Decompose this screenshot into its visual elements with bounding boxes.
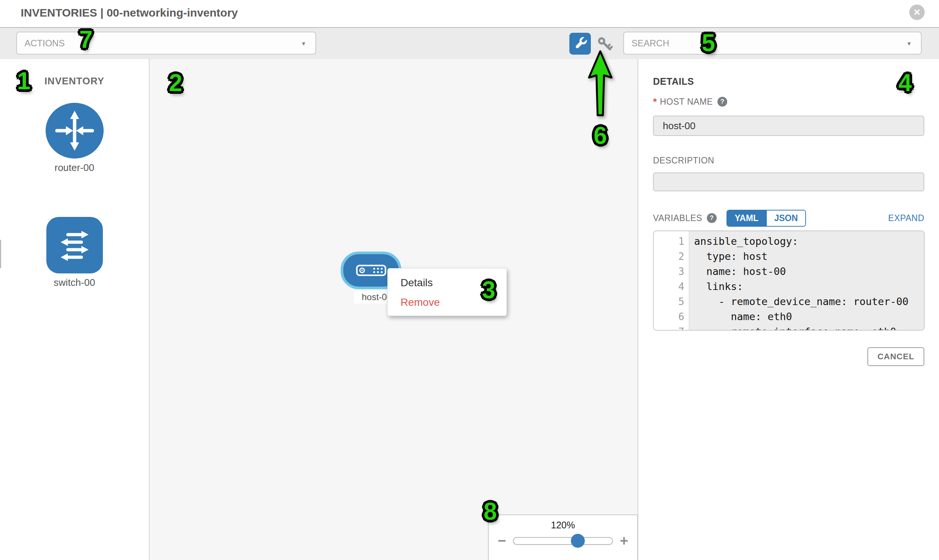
code-line: 5 - remote_device_name: router-00 xyxy=(654,294,924,309)
router-icon xyxy=(46,103,103,158)
annotation-arrow-icon xyxy=(584,49,616,119)
inventory-item-switch[interactable]: switch-00 xyxy=(46,217,103,288)
code-line: 7 remote_interface_name: eth0 xyxy=(654,324,924,331)
search-dropdown-label: SEARCH xyxy=(632,38,669,49)
expand-link[interactable]: EXPAND xyxy=(888,213,924,223)
toolbar: ACTIONS ▼ SEARCH xyxy=(0,28,939,60)
inventory-panel: INVENTORY router-00 xyxy=(0,59,150,560)
actions-dropdown-label: ACTIONS xyxy=(25,38,65,49)
details-heading: DETAILS xyxy=(653,76,924,87)
host-name-input[interactable] xyxy=(653,115,924,136)
help-icon[interactable]: ? xyxy=(717,97,727,106)
page-header: INVENTORIES | 00-networking-inventory ✕ xyxy=(0,0,939,28)
annotation-1: 1 xyxy=(17,67,31,95)
zoom-out-button[interactable]: − xyxy=(498,535,506,546)
chevron-down-icon: ▼ xyxy=(906,40,912,46)
topology-canvas[interactable]: host-00 Details Remove 120% − + xyxy=(150,59,638,560)
description-input[interactable] xyxy=(653,172,924,191)
inventory-item-router[interactable]: router-00 xyxy=(46,103,103,174)
annotation-4: 4 xyxy=(898,69,912,97)
close-icon: ✕ xyxy=(909,5,925,20)
annotation-3: 3 xyxy=(482,276,495,304)
inventory-topology-page: INVENTORIES | 00-networking-inventory ✕ … xyxy=(0,0,939,560)
page-title: INVENTORIES | 00-networking-inventory xyxy=(21,6,238,19)
host-icon xyxy=(356,265,386,276)
inventory-panel-title: INVENTORY xyxy=(45,75,104,87)
code-line: 3 name: host-00 xyxy=(654,264,924,279)
inventory-item-label: router-00 xyxy=(55,162,94,174)
variables-code-editor[interactable]: 1ansible_topology: 2 type: host 3 name: … xyxy=(653,231,925,331)
search-dropdown[interactable]: SEARCH ▼ xyxy=(623,32,922,55)
zoom-in-button[interactable]: + xyxy=(620,535,628,546)
zoom-slider-thumb[interactable] xyxy=(571,534,585,548)
details-panel: DETAILS * HOST NAME ? DESCRIPTION VARIAB… xyxy=(638,59,939,560)
host-name-label: HOST NAME xyxy=(660,97,713,107)
toggle-yaml[interactable]: YAML xyxy=(727,211,766,226)
description-label: DESCRIPTION xyxy=(653,155,714,166)
inventory-item-label: switch-00 xyxy=(54,277,95,288)
code-line: 6 name: eth0 xyxy=(654,309,924,324)
variables-format-toggle: YAML JSON xyxy=(726,210,806,227)
variables-label: VARIABLES xyxy=(653,213,702,223)
code-line: 1ansible_topology: xyxy=(654,234,924,249)
code-line: 2 type: host xyxy=(654,249,924,264)
annotation-8: 8 xyxy=(483,497,497,525)
code-line: 4 links: xyxy=(654,279,924,294)
zoom-control: 120% − + xyxy=(488,514,638,560)
actions-dropdown[interactable]: ACTIONS ▼ xyxy=(16,32,316,55)
help-icon[interactable]: ? xyxy=(707,213,717,223)
annotation-6: 6 xyxy=(594,122,607,149)
panel-edge-notch xyxy=(0,240,1,268)
switch-icon xyxy=(46,217,103,274)
required-marker: * xyxy=(653,96,657,108)
toggle-json[interactable]: JSON xyxy=(766,211,806,226)
chevron-down-icon: ▼ xyxy=(301,40,306,46)
zoom-slider-track[interactable] xyxy=(513,537,613,545)
close-button[interactable]: ✕ xyxy=(909,5,925,20)
annotation-7: 7 xyxy=(79,26,93,54)
code-lines: 1ansible_topology: 2 type: host 3 name: … xyxy=(654,234,924,331)
annotation-5: 5 xyxy=(702,29,715,57)
annotation-2: 2 xyxy=(169,69,182,97)
zoom-level-value: 120% xyxy=(489,520,637,531)
cancel-button[interactable]: CANCEL xyxy=(867,347,924,366)
